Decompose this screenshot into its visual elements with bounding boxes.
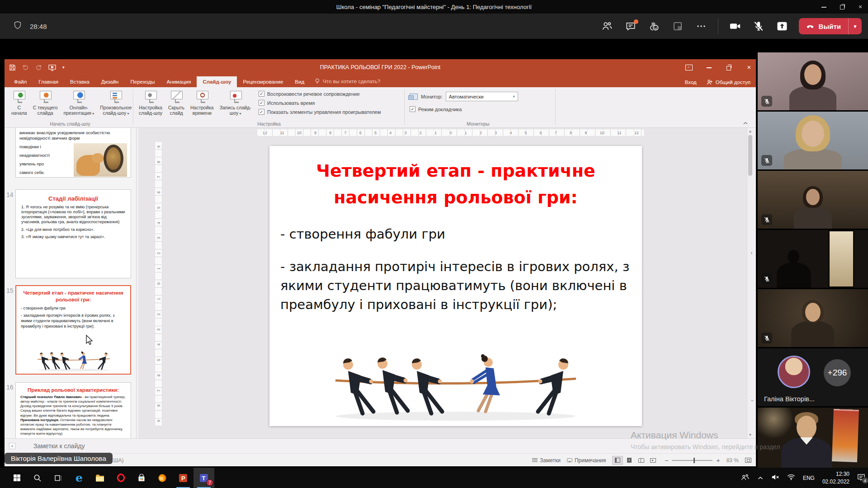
- tray-wifi-icon[interactable]: [787, 474, 795, 482]
- camera-icon[interactable]: [728, 19, 742, 33]
- tab-view[interactable]: Вид: [289, 76, 310, 87]
- participants-icon[interactable]: [600, 19, 614, 33]
- window-minimize-icon[interactable]: [821, 4, 827, 10]
- present-online-button[interactable]: Онлайн- презентация: [61, 89, 96, 117]
- tray-volume-muted-icon[interactable]: [771, 474, 779, 483]
- zoom-level[interactable]: 83 %: [726, 457, 739, 464]
- reading-view-button[interactable]: [636, 456, 646, 465]
- tray-language-indicator[interactable]: ENG: [803, 475, 815, 481]
- share-screen-icon[interactable]: [775, 19, 789, 33]
- microphone-muted-icon[interactable]: [752, 19, 765, 33]
- thumbnail-slide-16[interactable]: Приклад рольової характеристики: Старший…: [15, 382, 131, 438]
- window-close-icon[interactable]: ×: [857, 4, 863, 10]
- normal-view-button[interactable]: [612, 456, 623, 465]
- scrollbar-thumb[interactable]: [748, 135, 752, 176]
- powerpoint-taskbar-icon[interactable]: P: [173, 468, 193, 488]
- slide-editor[interactable]: 1211109876543210123456789101112 98765432…: [138, 128, 747, 438]
- security-shield-icon[interactable]: [13, 20, 23, 32]
- from-current-slide-button[interactable]: С текущего слайда: [31, 89, 60, 117]
- opera-icon[interactable]: [110, 468, 131, 488]
- slideshow-view-button[interactable]: [647, 456, 658, 465]
- checkbox-show-media-controls[interactable]: ✓Показать элементы управления проигрыват…: [259, 109, 381, 115]
- tab-insert[interactable]: Вставка: [64, 76, 95, 87]
- from-beginning-button[interactable]: С начала: [9, 89, 29, 117]
- thumbnail-slide-14[interactable]: Стадії лабілізації 1. Я чогось не розумі…: [15, 189, 131, 278]
- notes-resize-handle[interactable]: ▾: [9, 443, 15, 449]
- checkbox-play-narrations[interactable]: ✓Воспроизвести речевое сопровождение: [259, 91, 381, 97]
- zoom-slider[interactable]: [672, 460, 712, 461]
- record-slideshow-button[interactable]: Запись слайд- шоу: [217, 89, 254, 117]
- tab-transitions[interactable]: Переходы: [124, 76, 160, 87]
- scroll-up-icon[interactable]: ▲: [748, 129, 752, 133]
- file-explorer-icon[interactable]: [90, 468, 110, 488]
- current-slide-canvas[interactable]: Четвертий етап - практичне насичення рол…: [269, 146, 642, 426]
- monitor-dropdown[interactable]: Автоматически ▾: [446, 92, 518, 101]
- hide-slide-button[interactable]: Скрыть слайд: [166, 89, 187, 117]
- tab-home[interactable]: Главная: [33, 76, 64, 87]
- ppt-restore-icon[interactable]: [726, 64, 732, 70]
- collapse-ribbon-icon[interactable]: [742, 119, 750, 125]
- ppt-close-icon[interactable]: ×: [746, 64, 752, 70]
- tab-design[interactable]: Дизайн: [95, 76, 125, 87]
- thumbnail-slide-13[interactable]: виникає внаслідок усвідомлення особистіс…: [15, 128, 131, 178]
- panel-scroll-down-icon[interactable]: ‹: [748, 399, 755, 402]
- rehearse-timings-button[interactable]: Настройка времени: [188, 89, 216, 117]
- participant-video-3[interactable]: [758, 171, 868, 229]
- leave-meeting-button[interactable]: Выйти ▾: [799, 18, 862, 34]
- participant-video-5[interactable]: [758, 289, 868, 347]
- chat-icon[interactable]: [624, 19, 637, 33]
- panel-collapse-icon[interactable]: ‹: [750, 249, 753, 256]
- slide-sorter-view-button[interactable]: [624, 456, 635, 465]
- custom-slideshow-button[interactable]: Произвольное слайд-шоу: [98, 89, 134, 117]
- more-options-icon[interactable]: [694, 19, 708, 33]
- zoom-in-button[interactable]: +: [716, 457, 720, 464]
- participant-video-2[interactable]: [758, 112, 868, 169]
- participant-video-overflow[interactable]: +296 Галіна Вікторів...: [758, 348, 868, 406]
- tray-clock[interactable]: 12:30 02.02.2022: [822, 470, 849, 485]
- sign-in-link[interactable]: Вход: [685, 80, 697, 85]
- microsoft-store-icon[interactable]: [131, 468, 152, 488]
- zoom-slider-thumb[interactable]: [693, 458, 695, 463]
- setup-slideshow-button[interactable]: Настройка слайд-шоу: [137, 89, 165, 117]
- participant-video-4[interactable]: [758, 230, 868, 288]
- comments-toggle-button[interactable]: Примечания: [567, 457, 606, 464]
- leave-options-chevron-icon[interactable]: ▾: [848, 18, 862, 34]
- ribbon-display-options-icon[interactable]: [685, 65, 693, 70]
- tell-me-box[interactable]: Что вы хотите сделать?: [310, 75, 385, 87]
- tab-animations[interactable]: Анимация: [160, 76, 197, 87]
- slide-thumbnail-panel[interactable]: виникає внаслідок усвідомлення особистіс…: [5, 128, 137, 438]
- editor-vertical-scrollbar[interactable]: ▲ ▼: [747, 128, 753, 438]
- tab-file[interactable]: Файл: [8, 76, 33, 87]
- meeting-timer: 28:48: [30, 23, 47, 30]
- notes-toggle-button[interactable]: Заметки: [532, 457, 561, 464]
- scroll-down-icon[interactable]: ▼: [748, 433, 752, 437]
- participant-video-7[interactable]: [758, 408, 868, 468]
- task-view-icon[interactable]: [48, 468, 69, 488]
- tray-notifications-icon[interactable]: 4: [857, 474, 865, 483]
- vertical-ruler: 9876543210123456789: [155, 141, 162, 426]
- tray-people-icon[interactable]: [741, 473, 750, 483]
- teams-icon[interactable]: T 7: [193, 468, 214, 488]
- share-button[interactable]: Общий доступ: [707, 79, 750, 85]
- view-icon[interactable]: [671, 19, 684, 33]
- tab-review[interactable]: Рецензирование: [237, 76, 289, 87]
- checkbox-presenter-mode[interactable]: ✓ Режим докладчика: [410, 106, 462, 112]
- participant-video-1[interactable]: [758, 52, 868, 110]
- participant-1-muted-mic-icon: [761, 96, 772, 107]
- overflow-participants-count[interactable]: +296: [824, 359, 851, 386]
- ppt-minimize-icon[interactable]: [706, 64, 712, 70]
- edge-icon[interactable]: e: [69, 468, 90, 488]
- tab-slideshow[interactable]: Слайд-шоу: [197, 76, 237, 87]
- checkbox-check-icon: ✓: [259, 91, 264, 97]
- reactions-icon[interactable]: [647, 19, 661, 33]
- start-button[interactable]: [6, 468, 27, 488]
- search-icon[interactable]: [27, 468, 48, 488]
- zoom-out-button[interactable]: −: [665, 457, 668, 464]
- tray-chevron-up-icon[interactable]: [757, 474, 764, 482]
- firefox-icon[interactable]: [152, 468, 173, 488]
- window-restore-icon[interactable]: [839, 4, 845, 10]
- checkbox-use-timings[interactable]: ✓Использовать время: [259, 100, 381, 106]
- notes-pane[interactable]: ▾ Заметки к слайду: [5, 438, 756, 453]
- thumbnail-slide-15-selected[interactable]: Четвертий етап - практичне насичення рол…: [15, 285, 131, 375]
- fit-slide-to-window-icon[interactable]: [745, 458, 751, 463]
